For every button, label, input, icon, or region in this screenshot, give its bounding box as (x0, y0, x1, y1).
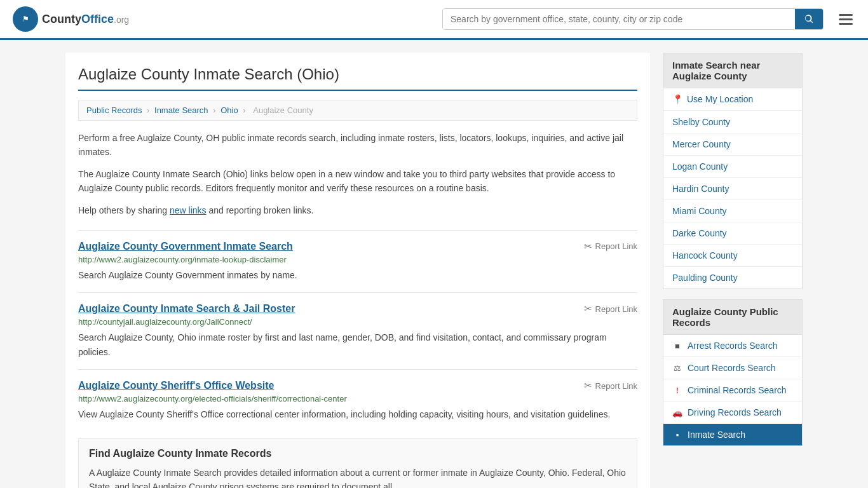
report-link-btn-3[interactable]: ✂ Report Link (584, 380, 637, 391)
nearby-section: Inmate Search near Auglaize County 📍 Use… (663, 53, 803, 289)
public-records-header: Auglaize County Public Records (663, 300, 802, 335)
description-2: The Auglaize County Inmate Search (Ohio)… (78, 167, 637, 196)
nearby-county-0: Shelby County (663, 111, 802, 133)
result-item-2: Auglaize County Inmate Search & Jail Ros… (78, 292, 637, 369)
nearby-county-1: Mercer County (663, 133, 802, 156)
result-title-3[interactable]: Auglaize County Sheriff's Office Website (78, 380, 274, 391)
report-link-btn-1[interactable]: ✂ Report Link (584, 241, 637, 252)
breadcrumb-current: Auglaize County (253, 105, 313, 115)
nearby-county-7: Paulding County (663, 267, 802, 288)
criminal-icon: ! (672, 385, 682, 395)
pub-rec-arrest: ■ Arrest Records Search (663, 335, 802, 357)
result-title-2[interactable]: Auglaize County Inmate Search & Jail Ros… (78, 303, 295, 315)
nearby-header: Inmate Search near Auglaize County (663, 53, 802, 88)
public-records-section: Auglaize County Public Records ■ Arrest … (663, 299, 803, 446)
report-link-btn-2[interactable]: ✂ Report Link (584, 303, 637, 315)
nearby-county-3: Hardin County (663, 178, 802, 200)
nearby-county-6: Hancock County (663, 245, 802, 267)
result-desc-1: Search Auglaize County Government inmate… (78, 268, 637, 282)
pub-rec-court: ⚖ Court Records Search (663, 357, 802, 379)
logo-icon: ⚑ (13, 6, 38, 32)
search-input[interactable] (443, 9, 795, 29)
sidebar: Inmate Search near Auglaize County 📍 Use… (663, 53, 803, 488)
driving-icon: 🚗 (672, 407, 682, 417)
nearby-list: 📍 Use My Location Shelby County Mercer C… (663, 88, 802, 288)
result-url-1: http://www2.auglaizecounty.org/inmate-lo… (78, 255, 637, 264)
arrest-icon: ■ (672, 341, 682, 351)
breadcrumb: Public Records › Inmate Search › Ohio › … (78, 100, 637, 121)
scissors-icon-2: ✂ (584, 303, 592, 315)
search-bar (442, 8, 824, 30)
description-3: Help others by sharing new links and rep… (78, 203, 637, 217)
result-url-2: http://countyjail.auglaizecounty.org/Jai… (78, 317, 637, 327)
svg-text:⚑: ⚑ (22, 15, 29, 24)
page-title: Auglaize County Inmate Search (Ohio) (78, 65, 637, 91)
nearby-county-4: Miami County (663, 200, 802, 222)
find-section: Find Auglaize County Inmate Records A Au… (78, 438, 637, 488)
new-links[interactable]: new links (170, 205, 207, 215)
use-location-label: Use My Location (687, 94, 753, 104)
result-desc-2: Search Auglaize County, Ohio inmate rost… (78, 330, 637, 359)
logo[interactable]: ⚑ CountyOffice.org (13, 6, 129, 32)
pub-rec-driving: 🚗 Driving Records Search (663, 402, 802, 424)
use-location-item: 📍 Use My Location (663, 88, 802, 111)
scissors-icon-1: ✂ (584, 241, 592, 252)
inmate-icon: ▪ (672, 430, 682, 440)
menu-button[interactable] (836, 11, 855, 27)
court-icon: ⚖ (672, 363, 682, 373)
result-item-3: Auglaize County Sheriff's Office Website… (78, 369, 637, 431)
result-url-3: http://www2.auglaizecounty.org/elected-o… (78, 394, 637, 403)
result-desc-3: View Auglaize County Sheriff's Office co… (78, 407, 637, 421)
nearby-county-2: Logan County (663, 156, 802, 178)
location-pin-icon: 📍 (672, 94, 683, 104)
pub-rec-inmate[interactable]: ▪ Inmate Search (663, 424, 802, 445)
description-1: Perform a free Auglaize County, OH publi… (78, 131, 637, 159)
breadcrumb-ohio[interactable]: Ohio (220, 105, 238, 115)
find-section-desc: A Auglaize County Inmate Search provides… (89, 466, 627, 488)
result-item-1: Auglaize County Government Inmate Search… (78, 230, 637, 292)
results-list: Auglaize County Government Inmate Search… (78, 230, 637, 432)
logo-text: CountyOffice.org (42, 13, 129, 26)
breadcrumb-public-records[interactable]: Public Records (86, 105, 142, 115)
use-location-link[interactable]: 📍 Use My Location (663, 88, 802, 111)
pub-rec-criminal: ! Criminal Records Search (663, 379, 802, 402)
result-title-1[interactable]: Auglaize County Government Inmate Search (78, 241, 293, 252)
find-section-title: Find Auglaize County Inmate Records (89, 448, 627, 459)
nearby-county-5: Darke County (663, 222, 802, 245)
scissors-icon-3: ✂ (584, 380, 592, 391)
search-button[interactable] (795, 9, 823, 29)
breadcrumb-inmate-search[interactable]: Inmate Search (154, 105, 208, 115)
